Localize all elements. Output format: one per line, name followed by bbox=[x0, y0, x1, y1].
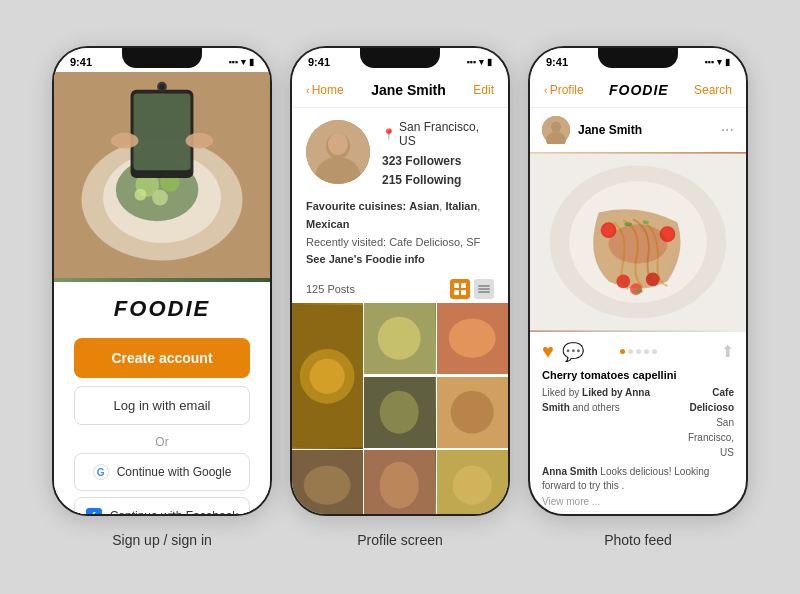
recently-visited-label: Recently visited: bbox=[306, 236, 386, 248]
photo-cell-4[interactable] bbox=[364, 377, 435, 448]
svg-point-58 bbox=[633, 289, 643, 293]
time-2: 9:41 bbox=[308, 56, 330, 68]
share-button[interactable]: ⬆ bbox=[721, 342, 734, 361]
wifi-icon: ▾ bbox=[241, 57, 246, 67]
dot-5 bbox=[652, 349, 657, 354]
svg-point-7 bbox=[135, 189, 147, 201]
create-account-button[interactable]: Create account bbox=[74, 338, 250, 378]
comment-button[interactable]: 💬 bbox=[562, 341, 584, 363]
liked-location-row: Liked by Liked by Anna Smith and others … bbox=[542, 385, 734, 460]
feed-photo-svg bbox=[530, 152, 746, 332]
screen1-signup: 9:41 ▪▪▪ ▾ ▮ bbox=[52, 46, 272, 516]
photo-cell-7[interactable] bbox=[364, 450, 435, 514]
image-pagination-dots bbox=[620, 349, 657, 354]
view-more-button[interactable]: View more ... bbox=[530, 496, 746, 511]
feed-photo bbox=[530, 152, 746, 332]
svg-point-32 bbox=[448, 318, 495, 357]
screen1-body: FOODIE Create account Log in with email … bbox=[54, 282, 270, 514]
svg-point-55 bbox=[630, 283, 642, 295]
screen1-content: FOODIE Create account Log in with email … bbox=[54, 72, 270, 514]
back-profile-button[interactable]: ‹ Profile bbox=[544, 83, 584, 97]
svg-rect-25 bbox=[478, 291, 490, 293]
avatar bbox=[306, 120, 370, 184]
continue-google-button[interactable]: G Continue with Google bbox=[74, 453, 250, 491]
dot-1 bbox=[620, 349, 625, 354]
label-screen1: Sign up / sign in bbox=[52, 532, 272, 548]
signal-icon-3: ▪▪▪ bbox=[704, 57, 714, 67]
feed-comment: Anna Smith Looks delicious! Looking forw… bbox=[530, 463, 746, 496]
photo-cell-3[interactable] bbox=[437, 303, 508, 374]
cafe-location-text: San Francisco, US bbox=[675, 415, 734, 460]
continue-facebook-button[interactable]: f Continue with Facebook bbox=[74, 497, 250, 514]
profile-stats: 📍 San Francisco, US 323 Followers 215 Fo… bbox=[382, 120, 494, 190]
google-icon: G bbox=[93, 464, 109, 480]
feed-avatar-svg bbox=[542, 116, 570, 144]
back-label: Home bbox=[312, 83, 344, 97]
chevron-left-icon: ‹ bbox=[306, 84, 310, 96]
photo-cell-6[interactable] bbox=[292, 450, 363, 514]
svg-point-59 bbox=[609, 224, 668, 263]
location-pin-icon: 📍 bbox=[382, 128, 396, 141]
followers-stat: 323 Followers bbox=[382, 152, 494, 171]
chevron-left-icon-3: ‹ bbox=[544, 84, 548, 96]
svg-rect-9 bbox=[134, 94, 191, 171]
back-label-3: Profile bbox=[550, 83, 584, 97]
photo-cell-1[interactable] bbox=[292, 303, 363, 450]
battery-icon-2: ▮ bbox=[487, 57, 492, 67]
photo-cell-8[interactable] bbox=[437, 450, 508, 514]
svg-point-13 bbox=[111, 133, 138, 149]
feed-username: Jane Smith bbox=[578, 123, 713, 137]
status-icons-2: ▪▪▪ ▾ ▮ bbox=[466, 57, 492, 67]
screen2-body: 📍 San Francisco, US 323 Followers 215 Fo… bbox=[292, 108, 508, 514]
next-comment-row: Anna Smith ··· bbox=[530, 511, 746, 514]
nav-title-2: Jane Smith bbox=[371, 82, 446, 98]
signal-icon: ▪▪▪ bbox=[228, 57, 238, 67]
fav-cuisines-label: Favourite cuisines: bbox=[306, 200, 406, 212]
svg-point-14 bbox=[186, 133, 213, 149]
battery-icon: ▮ bbox=[249, 57, 254, 67]
feed-options-button[interactable]: ··· bbox=[721, 121, 734, 139]
svg-point-57 bbox=[643, 220, 649, 224]
posts-count: 125 Posts bbox=[306, 283, 355, 295]
following-stat: 215 Following bbox=[382, 171, 494, 190]
hero-svg bbox=[54, 72, 270, 278]
wifi-icon-3: ▾ bbox=[717, 57, 722, 67]
dot-3 bbox=[636, 349, 641, 354]
svg-rect-20 bbox=[461, 283, 466, 288]
app-logo-1: FOODIE bbox=[114, 296, 210, 322]
status-icons-3: ▪▪▪ ▾ ▮ bbox=[704, 57, 730, 67]
time-3: 9:41 bbox=[546, 56, 568, 68]
edit-button[interactable]: Edit bbox=[473, 83, 494, 97]
list-view-button[interactable] bbox=[474, 279, 494, 299]
recently-visited-value: Cafe Delicioso, SF bbox=[389, 236, 480, 248]
svg-point-36 bbox=[450, 390, 493, 433]
signal-icon-2: ▪▪▪ bbox=[466, 57, 476, 67]
screen2-profile: 9:41 ▪▪▪ ▾ ▮ ‹ Home Jane Smith Edit bbox=[290, 46, 510, 516]
feed-user-row: Jane Smith ··· bbox=[530, 108, 746, 152]
photo-cell-2[interactable] bbox=[364, 303, 435, 374]
feed-user-avatar bbox=[542, 116, 570, 144]
see-more-link[interactable]: See Jane's Foodie info bbox=[306, 253, 425, 265]
svg-point-42 bbox=[452, 466, 491, 505]
svg-rect-23 bbox=[478, 285, 490, 287]
grid-view-button[interactable] bbox=[450, 279, 470, 299]
app-logo-3: FOODIE bbox=[609, 82, 669, 98]
liked-by-label: Liked by bbox=[542, 387, 582, 398]
svg-point-30 bbox=[378, 316, 421, 359]
like-button[interactable]: ♥ bbox=[542, 340, 554, 363]
google-label: Continue with Google bbox=[117, 465, 232, 479]
feed-actions-row: ♥ 💬 ⬆ bbox=[530, 332, 746, 367]
screen3-body: Jane Smith ··· bbox=[530, 108, 746, 514]
facebook-icon: f bbox=[86, 508, 102, 514]
notch-2 bbox=[360, 48, 440, 68]
back-home-button[interactable]: ‹ Home bbox=[306, 83, 344, 97]
visited-row: Recently visited: Cafe Delicioso, SF bbox=[306, 234, 494, 252]
svg-point-53 bbox=[616, 274, 630, 288]
wifi-icon-2: ▾ bbox=[479, 57, 484, 67]
photo-cell-5[interactable] bbox=[437, 377, 508, 448]
login-email-button[interactable]: Log in with email bbox=[74, 386, 250, 425]
liked-others-text: and others bbox=[573, 402, 620, 413]
search-nav-button[interactable]: Search bbox=[694, 83, 732, 97]
status-icons-1: ▪▪▪ ▾ ▮ bbox=[228, 57, 254, 67]
feed-caption: Cherry tomatoes capellini bbox=[530, 367, 746, 385]
